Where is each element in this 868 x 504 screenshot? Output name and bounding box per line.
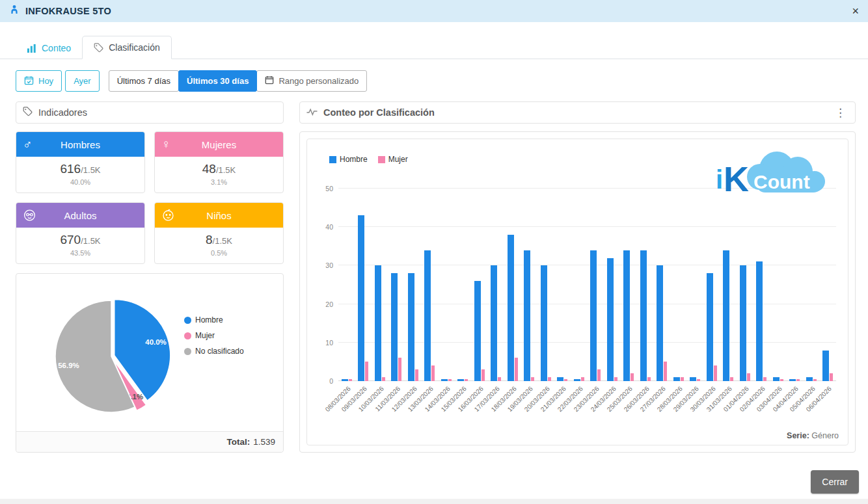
filter-ayer-button[interactable]: Ayer	[65, 70, 100, 92]
filter-hoy-button[interactable]: Hoy	[16, 70, 62, 92]
bar-group[interactable]: 28/03/2026	[670, 189, 687, 381]
bar-hombre[interactable]	[441, 379, 448, 381]
bar-hombre[interactable]	[822, 351, 829, 381]
bar-group[interactable]: 23/03/2026	[588, 189, 604, 381]
bar-group[interactable]: 15/03/2026	[455, 189, 472, 381]
filter-rango-button[interactable]: Rango personalizado	[256, 70, 367, 92]
bar-hombre[interactable]	[673, 377, 680, 381]
bar-group[interactable]: 16/03/2026	[471, 189, 488, 381]
bar-hombre[interactable]	[789, 379, 796, 381]
tab-clasificacion[interactable]: Clasificación	[82, 36, 172, 59]
bar-hombre[interactable]	[474, 281, 481, 381]
bar-hombre[interactable]	[457, 379, 464, 381]
bar-hombre[interactable]	[524, 250, 530, 381]
bar-mujer[interactable]	[763, 377, 766, 381]
bar-hombre[interactable]	[756, 261, 763, 381]
bar-group[interactable]: 11/03/2026	[388, 189, 405, 381]
bar-hombre[interactable]	[342, 379, 348, 381]
bar-group[interactable]: 01/04/2026	[737, 189, 753, 381]
bar-hombre[interactable]	[590, 250, 597, 381]
bar-group[interactable]: 26/03/2026	[637, 189, 654, 381]
bar-mujer[interactable]	[398, 358, 401, 381]
legend-mujer[interactable]: Mujer	[378, 155, 408, 164]
bar-mujer[interactable]	[448, 379, 452, 381]
bar-mujer[interactable]	[481, 369, 485, 381]
bar-group[interactable]: 18/03/2026	[504, 189, 521, 381]
bar-mujer[interactable]	[796, 379, 800, 381]
bar-mujer[interactable]	[631, 373, 634, 381]
bar-hombre[interactable]	[623, 250, 630, 381]
bar-mujer[interactable]	[465, 379, 468, 381]
bar-group[interactable]: 30/03/2026	[703, 189, 720, 381]
bar-mujer[interactable]	[780, 379, 783, 381]
tab-conteo[interactable]: Conteo	[16, 37, 82, 59]
horizontal-scrollbar[interactable]	[0, 499, 868, 504]
bar-group[interactable]: 19/03/2026	[521, 189, 538, 381]
bar-hombre[interactable]	[690, 377, 696, 381]
cerrar-button[interactable]: Cerrar	[811, 470, 859, 494]
bar-hombre[interactable]	[557, 377, 563, 381]
bar-hombre[interactable]	[640, 250, 647, 381]
bar-group[interactable]: 09/03/2026	[355, 189, 372, 381]
bar-hombre[interactable]	[574, 379, 580, 381]
bar-group[interactable]: 24/03/2026	[604, 189, 621, 381]
filter-7dias-button[interactable]: Últimos 7 días	[109, 70, 179, 92]
bar-group[interactable]: 08/03/2026	[338, 189, 355, 381]
bar-mujer[interactable]	[830, 373, 833, 381]
bar-mujer[interactable]	[614, 377, 617, 381]
bar-mujer[interactable]	[515, 358, 518, 381]
bar-mujer[interactable]	[647, 377, 651, 381]
bar-mujer[interactable]	[597, 369, 601, 381]
bar-mujer[interactable]	[664, 362, 667, 381]
gender-pie-chart[interactable]: 40.0%3.1%56.9%	[49, 293, 176, 420]
bar-mujer[interactable]	[581, 377, 584, 381]
bar-mujer[interactable]	[415, 369, 418, 381]
bar-group[interactable]: 04/04/2026	[787, 189, 804, 381]
bar-group[interactable]: 17/03/2026	[488, 189, 505, 381]
bar-mujer[interactable]	[531, 377, 534, 381]
legend-item-no-clasificado[interactable]: No clasificado	[184, 347, 244, 356]
bar-mujer[interactable]	[498, 377, 501, 381]
bar-group[interactable]: 10/03/2026	[372, 189, 388, 381]
bar-group[interactable]: 20/03/2026	[537, 189, 554, 381]
legend-item-mujer[interactable]: Mujer	[184, 331, 244, 340]
filter-30dias-button[interactable]: Últimos 30 días	[178, 70, 257, 92]
bar-mujer[interactable]	[431, 365, 435, 381]
bar-hombre[interactable]	[375, 265, 381, 381]
bar-hombre[interactable]	[541, 265, 547, 381]
bar-group[interactable]: 02/04/2026	[753, 189, 770, 381]
bar-mujer[interactable]	[730, 377, 733, 381]
bar-mujer[interactable]	[697, 379, 700, 381]
bar-mujer[interactable]	[681, 377, 684, 381]
bar-group[interactable]: 21/03/2026	[554, 189, 571, 381]
bar-hombre[interactable]	[508, 235, 514, 381]
bar-group[interactable]: 03/04/2026	[770, 189, 787, 381]
bar-hombre[interactable]	[358, 215, 364, 381]
bar-hombre[interactable]	[707, 273, 713, 381]
bar-group[interactable]: 22/03/2026	[571, 189, 588, 381]
bar-mujer[interactable]	[747, 373, 750, 381]
bar-hombre[interactable]	[773, 377, 780, 381]
bar-group[interactable]: 13/03/2026	[422, 189, 439, 381]
bar-group[interactable]: 14/03/2026	[438, 189, 455, 381]
bar-mujer[interactable]	[714, 365, 717, 381]
bar-mujer[interactable]	[349, 379, 352, 381]
bar-mujer[interactable]	[564, 379, 567, 381]
bar-hombre[interactable]	[657, 265, 663, 381]
bar-hombre[interactable]	[740, 265, 746, 381]
bar-mujer[interactable]	[548, 377, 551, 381]
bar-hombre[interactable]	[607, 258, 614, 381]
bar-hombre[interactable]	[723, 250, 729, 381]
bar-group[interactable]: 06/04/2026	[820, 189, 837, 381]
bar-group[interactable]: 12/03/2026	[405, 189, 422, 381]
bar-hombre[interactable]	[806, 377, 813, 381]
bar-group[interactable]: 29/03/2026	[687, 189, 704, 381]
legend-item-hombre[interactable]: Hombre	[184, 315, 244, 325]
bar-group[interactable]: 25/03/2026	[621, 189, 638, 381]
kebab-menu-icon[interactable]: ⋮	[832, 106, 848, 120]
bar-group[interactable]: 31/03/2026	[720, 189, 737, 381]
bar-hombre[interactable]	[391, 273, 398, 381]
bar-mujer[interactable]	[365, 362, 368, 381]
bar-group[interactable]: 05/04/2026	[803, 189, 820, 381]
bar-hombre[interactable]	[424, 250, 431, 381]
